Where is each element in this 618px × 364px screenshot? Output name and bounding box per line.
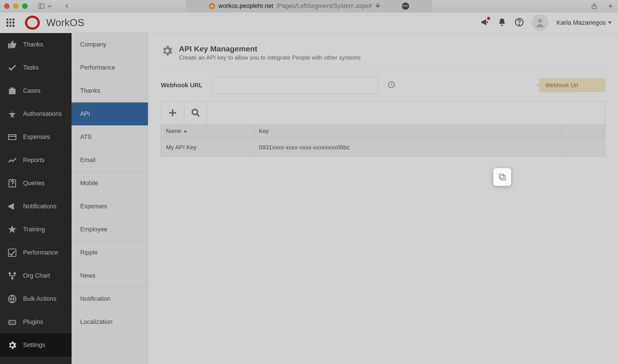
settings-tab-label: Ripple	[80, 249, 98, 256]
apps-menu-icon[interactable]	[6, 19, 14, 27]
settings-tab-ripple[interactable]: Ripple	[72, 241, 148, 264]
window-controls	[4, 3, 28, 9]
share-icon[interactable]	[591, 3, 598, 10]
add-button[interactable]	[161, 102, 184, 124]
settings-tab-expenses[interactable]: Expenses	[72, 195, 148, 218]
search-button[interactable]	[184, 102, 207, 124]
brand-text: WorkOS	[46, 17, 84, 28]
settings-tab-mobile[interactable]: Mobile	[72, 172, 148, 195]
sidebar-item-notifications[interactable]: Notifications	[0, 195, 72, 218]
gear-icon	[161, 44, 174, 57]
sidebar-item-thanks[interactable]: Thanks	[0, 33, 72, 56]
site-menu-icon[interactable]: •••	[402, 2, 409, 10]
queries-icon	[7, 178, 18, 188]
sidebar-item-settings[interactable]: Settings	[0, 334, 72, 357]
column-header-name[interactable]: Name	[161, 124, 254, 138]
browser-chrome: workos.peoplehr.net/Pages/LeftSegment/Sy…	[0, 0, 618, 12]
window-zoom[interactable]	[22, 3, 28, 9]
sidebar-item-cases[interactable]: Cases	[0, 79, 72, 103]
sidebar-toggle-icon[interactable]	[38, 3, 45, 10]
help-icon[interactable]	[515, 18, 524, 28]
svg-rect-24	[499, 174, 504, 179]
url-path: /Pages/LeftSegment/System.aspx#	[276, 2, 372, 10]
svg-point-7	[519, 24, 520, 25]
brand[interactable]: WorkOS	[24, 15, 84, 31]
page-subtitle: Create an API key to allow you to integr…	[179, 54, 361, 61]
notifications-icon	[7, 201, 18, 211]
reports-icon	[7, 155, 18, 165]
webhook-label: Webhook URL	[161, 82, 203, 89]
thanks-icon	[7, 40, 18, 50]
sidebar-item-label: Reports	[23, 157, 45, 164]
sidebar-item-label: Plugins	[23, 318, 43, 325]
sidebar-item-tasks[interactable]: Tasks	[0, 56, 72, 79]
column-header-key[interactable]: Key	[254, 124, 562, 138]
settings-tab-label: News	[80, 272, 96, 279]
chevron-down-icon[interactable]	[46, 3, 53, 10]
tasks-icon	[7, 63, 18, 73]
svg-point-9	[12, 185, 13, 186]
cell-name: My API Key	[161, 138, 254, 157]
authorisations-icon	[7, 109, 18, 119]
settings-tab-label: Employee	[80, 226, 107, 233]
settings-tab-ats[interactable]: ATS	[72, 126, 148, 149]
url-domain: workos.peoplehr.net	[218, 2, 273, 10]
settings-tab-label: API	[80, 110, 90, 117]
page-title: API Key Management	[179, 44, 361, 53]
caret-down-icon	[608, 22, 612, 24]
history-icon[interactable]	[387, 81, 396, 90]
avatar[interactable]	[532, 14, 548, 31]
sidebar-secondary: CompanyPerformanceThanksAPIATSEmailMobil…	[72, 33, 148, 364]
window-close[interactable]	[4, 3, 10, 9]
settings-tab-label: Mobile	[80, 180, 98, 187]
settings-tab-performance[interactable]: Performance	[72, 56, 148, 79]
cell-key: 0931xxxx-xxxx-xxxx-xxxxxxxx06bc	[254, 138, 562, 157]
sidebar-item-label: Expenses	[23, 133, 50, 141]
sidebar-item-label: Bulk Actions	[23, 295, 56, 302]
sidebar-item-queries[interactable]: Queries	[0, 172, 72, 195]
sidebar-item-bulkactions[interactable]: Bulk Actions	[0, 287, 72, 311]
sidebar-item-label: Training	[23, 226, 45, 233]
settings-tab-news[interactable]: News	[72, 264, 148, 287]
address-bar[interactable]: workos.peoplehr.net/Pages/LeftSegment/Sy…	[186, 0, 432, 13]
window-minimize[interactable]	[13, 3, 19, 9]
orgchart-icon	[7, 271, 18, 281]
svg-line-22	[197, 114, 199, 117]
sidebar-item-label: Authorisations	[23, 110, 62, 117]
svg-point-21	[192, 109, 197, 115]
settings-tab-notification[interactable]: Notification	[72, 287, 148, 311]
settings-tab-localization[interactable]: Localization	[72, 311, 148, 334]
sidebar-item-authorisations[interactable]: Authorisations	[0, 103, 72, 126]
sidebar-item-reports[interactable]: Reports	[0, 149, 72, 172]
sidebar-item-training[interactable]: Training	[0, 218, 72, 241]
sidebar-item-plugins[interactable]: DLLPlugins	[0, 311, 72, 334]
browser-back-icon[interactable]	[64, 3, 70, 10]
user-menu[interactable]: Karla Mazariegos	[556, 19, 612, 26]
svg-text:DLL: DLL	[9, 321, 15, 324]
main-content: API Key Management Create an API key to …	[148, 33, 618, 364]
settings-tab-thanks[interactable]: Thanks	[72, 79, 148, 103]
settings-tab-email[interactable]: Email	[72, 149, 148, 172]
copy-key-button[interactable]	[493, 168, 511, 186]
webhook-url-input[interactable]	[212, 76, 378, 94]
bell-icon[interactable]	[498, 18, 507, 28]
new-tab-icon[interactable]	[607, 3, 614, 10]
svg-point-13	[13, 272, 16, 274]
settings-tab-api[interactable]: API	[72, 103, 148, 126]
table-row[interactable]: My API Key 0931xxxx-xxxx-xxxx-xxxxxxxx06…	[161, 138, 605, 157]
user-name-label: Karla Mazariegos	[556, 19, 606, 26]
sidebar-item-performance[interactable]: Performance	[0, 241, 72, 264]
webhook-tooltip: Webhook Url	[540, 79, 605, 92]
sidebar-item-label: Tasks	[23, 64, 39, 71]
settings-tab-label: Notification	[80, 295, 111, 302]
sidebar-item-orgchart[interactable]: Org Chart	[0, 264, 72, 287]
svg-point-2	[211, 5, 213, 7]
sidebar-item-label: Performance	[23, 249, 58, 256]
settings-tab-employee[interactable]: Employee	[72, 218, 148, 241]
performance-icon	[7, 248, 18, 258]
settings-tab-company[interactable]: Company	[72, 33, 148, 56]
sidebar-item-expenses[interactable]: Expenses	[0, 126, 72, 149]
svg-point-12	[9, 272, 11, 274]
announcements-icon[interactable]	[480, 18, 489, 28]
lock-icon	[375, 2, 381, 10]
